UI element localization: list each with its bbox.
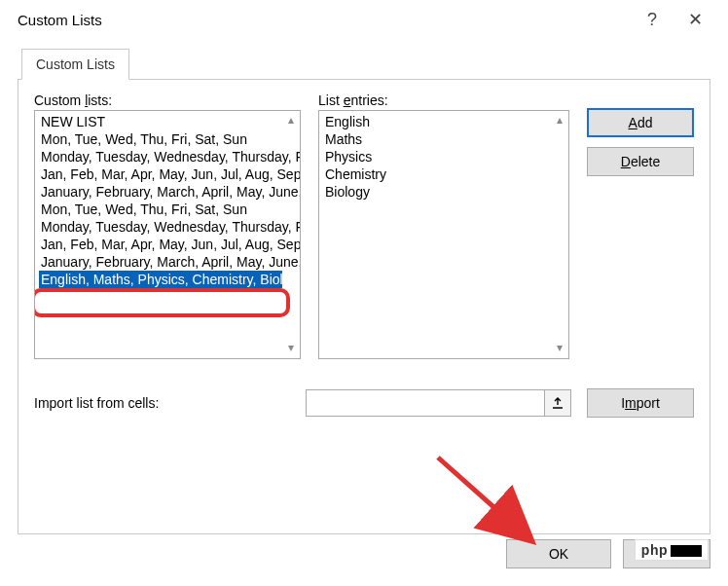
scroll-up-icon[interactable]: ▴ (283, 113, 298, 128)
entry-line: Biology (325, 183, 551, 201)
list-item[interactable]: Mon, Tue, Wed, Thu, Fri, Sat, Sun (39, 201, 282, 218)
entry-line: English (325, 113, 551, 130)
entry-line: Physics (325, 148, 551, 165)
entry-line: Maths (325, 130, 551, 148)
scroll-down-icon[interactable]: ▾ (552, 341, 566, 356)
list-item[interactable]: Monday, Tuesday, Wednesday, Thursday, Fr… (39, 148, 282, 165)
list-entries-textbox[interactable]: ▴ EnglishMathsPhysicsChemistryBiology ▾ (318, 110, 569, 359)
list-item[interactable]: January, February, March, April, May, Ju… (39, 253, 282, 271)
dialog-title: Custom Lists (12, 12, 102, 28)
list-item[interactable]: January, February, March, April, May, Ju… (39, 183, 282, 201)
range-picker-icon[interactable] (544, 389, 571, 417)
list-item[interactable]: Jan, Feb, Mar, Apr, May, Jun, Jul, Aug, … (39, 236, 282, 253)
list-item[interactable]: Monday, Tuesday, Wednesday, Thursday, Fr… (39, 218, 282, 236)
list-item[interactable]: NEW LIST (39, 113, 282, 130)
import-range-input[interactable] (306, 389, 544, 417)
titlebar: Custom Lists ? ✕ (0, 0, 728, 39)
custom-lists-listbox[interactable]: ▴ NEW LISTMon, Tue, Wed, Thu, Fri, Sat, … (34, 110, 301, 359)
add-button[interactable]: Add (587, 108, 694, 137)
help-icon[interactable]: ? (631, 10, 673, 30)
import-button[interactable]: Import (587, 388, 694, 418)
scroll-down-icon[interactable]: ▾ (283, 341, 298, 356)
highlight-annotation (34, 288, 290, 317)
delete-button[interactable]: Delete (587, 147, 694, 176)
close-icon[interactable]: ✕ (673, 9, 716, 30)
entry-line: Chemistry (325, 165, 551, 183)
custom-lists-label: Custom lists: (34, 92, 301, 108)
tabstrip: Custom Lists (18, 47, 710, 80)
list-item[interactable]: English, Maths, Physics, Chemistry, Biol… (39, 271, 282, 288)
list-item[interactable]: Jan, Feb, Mar, Apr, May, Jun, Jul, Aug, … (39, 165, 282, 183)
ok-button[interactable]: OK (506, 539, 611, 568)
list-entries-label: List entries: (318, 92, 569, 108)
scroll-up-icon[interactable]: ▴ (552, 113, 566, 128)
list-item[interactable]: Mon, Tue, Wed, Thu, Fri, Sat, Sun (39, 130, 282, 148)
tab-custom-lists[interactable]: Custom Lists (21, 49, 129, 80)
watermark: php (635, 539, 709, 561)
tab-panel: Custom lists: ▴ NEW LISTMon, Tue, Wed, T… (18, 79, 710, 534)
custom-lists-dialog: Custom Lists ? ✕ Custom Lists Custom lis… (0, 0, 728, 586)
import-from-cells-label: Import list from cells: (34, 395, 290, 411)
